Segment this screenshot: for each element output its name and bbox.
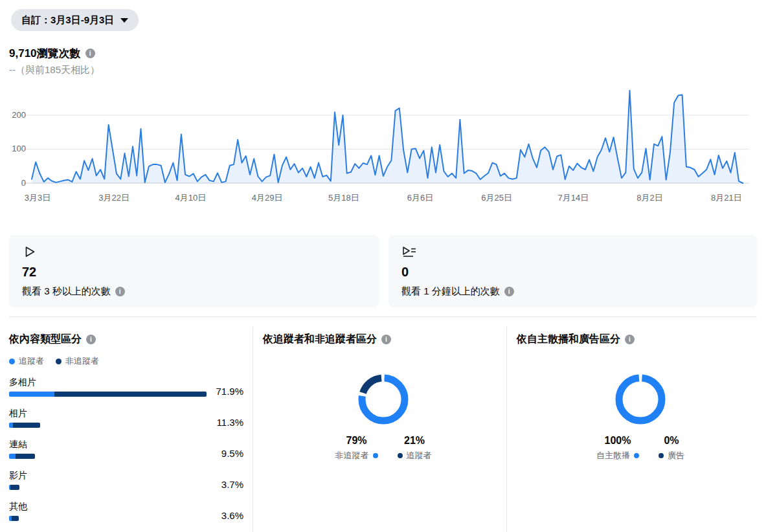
legend-label: 追蹤者 [19,355,44,367]
donut-label-nonfollower: 79% 非追蹤者 [335,435,378,461]
bar-segment-nonfollower [12,516,19,521]
bar-label: 多相片 [9,377,36,388]
bar-track [9,454,35,459]
y-axis-label: 0 [0,177,26,189]
column-divider [253,327,253,532]
bar-segment-nonfollower [54,392,207,397]
x-axis-label: 3月3日 [25,192,51,204]
donut-label-follower: 21% 追蹤者 [398,435,432,461]
x-axis-label: 4月29日 [252,192,283,204]
bar-label: 相片 [9,408,27,419]
donut-label-text: 自主散播 [596,450,630,461]
donut-percent: 21% [398,435,432,447]
bar-row[interactable]: 多相片71.9% [9,375,243,406]
play-icon [22,245,36,259]
stat-label: 觀看 3 秒以上的次數 [22,285,111,298]
x-axis-label: 6月6日 [407,192,433,204]
legend-dot-blue [373,453,378,458]
info-icon[interactable]: i [625,335,635,344]
info-icon[interactable]: i [85,49,95,58]
line-chart-canvas[interactable] [0,84,766,210]
stat-value: 0 [401,265,744,280]
bar-segment-follower [9,454,16,459]
stat-card-1min-views: 0 觀看 1 分鐘以上的次數 i [389,235,757,307]
x-axis-label: 6月25日 [481,192,512,204]
section-heading-follower-split: 依追蹤者和非追蹤者區分 i [263,333,391,346]
bar-label: 影片 [9,470,27,482]
bar-row[interactable]: 影片3.7% [9,469,243,500]
stat-label: 觀看 1 分鐘以上的次數 [401,285,500,298]
donut-percent: 79% [335,435,378,447]
donut-label-text: 追蹤者 [407,450,432,461]
section-divider [9,316,757,317]
content-type-bars: 多相片71.9%相片11.3%連結9.5%影片3.7%其他3.6% [9,375,243,532]
legend-label: 非追蹤者 [65,355,99,367]
bar-segment-follower [9,392,54,397]
bar-segment-nonfollower [16,454,35,459]
bar-percent: 3.7% [221,479,243,490]
legend-item-nonfollower: 非追蹤者 [56,355,99,367]
legend-dot-navy [56,359,62,364]
donut-label-organic: 100% 自主散播 [596,435,639,461]
section-title: 依追蹤者和非追蹤者區分 [263,333,377,346]
bar-percent: 3.6% [221,510,243,521]
bar-percent: 71.9% [216,386,243,397]
stat-card-3s-views: 72 觀看 3 秒以上的次數 i [9,235,379,307]
bar-segment-nonfollower [10,485,19,490]
section-heading-distribution: 依自主散播和廣告區分 i [517,333,635,346]
stat-value: 72 [22,265,366,280]
caret-down-icon [120,18,128,23]
bar-segment-nonfollower [13,423,40,428]
page-title: 9,710瀏覽次數 [9,46,81,61]
date-range-label: 自訂：3月3日-9月3日 [21,14,114,27]
follower-donut-labels: 79% 非追蹤者 21% 追蹤者 [312,435,455,461]
bar-row[interactable]: 其他3.6% [9,500,243,531]
bar-track [9,485,19,490]
x-axis-label: 5月18日 [328,192,359,204]
info-icon[interactable]: i [381,335,391,344]
x-axis-label: 8月21日 [711,192,742,204]
legend-dot-navy [659,453,664,458]
section-heading-content-type: 依內容類型區分 i [9,333,96,346]
bar-label: 連結 [9,439,27,450]
x-axis-label: 3月22日 [98,192,130,204]
bar-percent: 11.3% [217,417,243,428]
follower-donut-chart[interactable] [352,368,414,430]
legend-item-follower: 追蹤者 [9,355,44,367]
info-icon[interactable]: i [504,287,514,296]
page-header: 9,710瀏覽次數 i [9,46,95,61]
y-axis-label: 100 [0,143,26,155]
views-line-chart[interactable]: 200 100 0 3月3日3月22日4月10日4月29日5月18日6月6日6月… [0,84,766,210]
legend-dot-blue [634,453,639,458]
comparison-subtitle: --（與前185天相比） [9,64,100,76]
y-axis-label: 200 [0,109,26,121]
insights-page: 自訂：3月3日-9月3日 9,710瀏覽次數 i --（與前185天相比） 20… [0,0,766,532]
x-axis-label: 7月14日 [558,192,589,204]
donut-label-text: 廣告 [668,450,684,461]
date-range-button[interactable]: 自訂：3月3日-9月3日 [11,9,139,31]
line-chart-fill [32,91,743,183]
donut-percent: 100% [596,435,639,447]
bar-row[interactable]: 相片11.3% [9,406,243,438]
bar-percent: 9.5% [221,448,243,459]
info-icon[interactable]: i [86,335,96,344]
play-list-icon [401,245,417,259]
section-title: 依內容類型區分 [9,333,82,346]
bar-track [9,516,19,521]
x-axis-label: 8月2日 [636,192,662,204]
follower-legend: 追蹤者 非追蹤者 [9,355,99,367]
donut-percent: 0% [659,435,684,447]
column-divider [506,327,507,532]
info-icon[interactable]: i [115,287,125,296]
bar-row[interactable]: 連結9.5% [9,438,243,469]
x-axis-label: 4月10日 [175,192,207,204]
bar-label: 其他 [9,501,27,513]
donut-label-ads: 0% 廣告 [659,435,684,461]
distribution-donut-chart[interactable] [609,368,671,430]
section-title: 依自主散播和廣告區分 [517,333,620,346]
distribution-donut-labels: 100% 自主散播 0% 廣告 [569,435,712,461]
bar-track [9,392,207,397]
donut-label-text: 非追蹤者 [335,450,369,461]
bar-track [9,423,40,428]
legend-dot-navy [398,453,403,458]
